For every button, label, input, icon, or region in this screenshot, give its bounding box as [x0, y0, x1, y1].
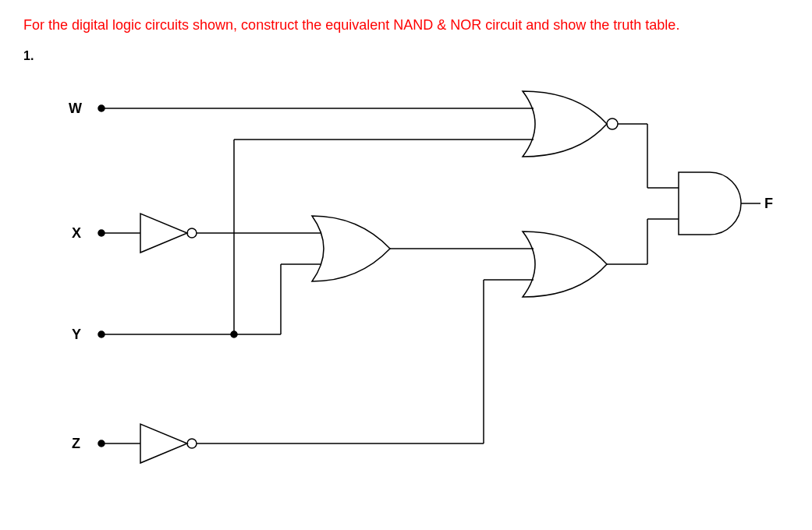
gate-or-az — [523, 231, 607, 297]
gate-and-final — [679, 172, 741, 235]
gate-not-z — [140, 424, 197, 463]
gate-not-x — [140, 214, 197, 253]
problem-number: 1. — [23, 49, 789, 63]
circuit-svg — [23, 71, 788, 492]
circuit-diagram: W X Y Z F — [23, 71, 788, 492]
instruction-text: For the digital logic circuits shown, co… — [23, 16, 725, 35]
gate-nor-wy — [523, 91, 618, 157]
gate-or-xy — [312, 216, 390, 281]
svg-point-9 — [607, 118, 618, 129]
